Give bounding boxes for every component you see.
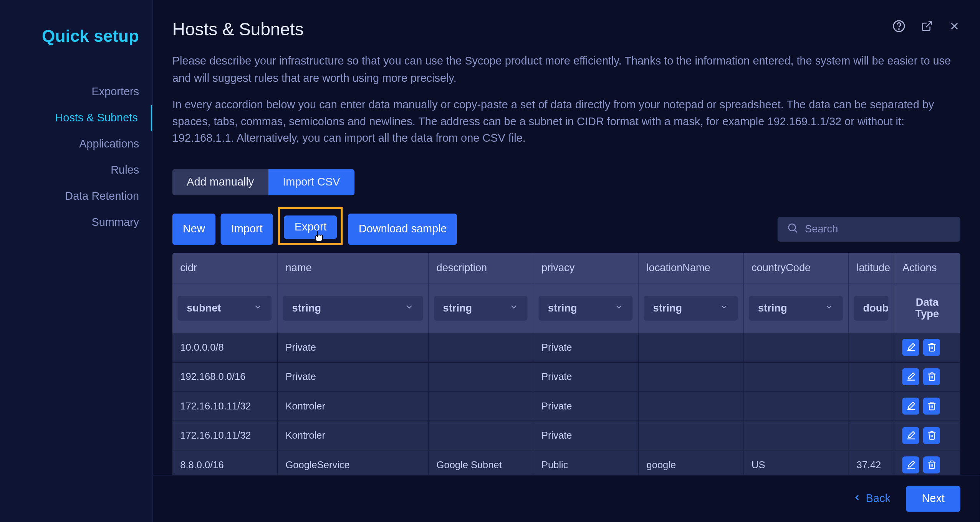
footer: Back Next (153, 475, 980, 522)
edit-icon[interactable] (902, 397, 919, 414)
col-header-privacy[interactable]: privacy (533, 252, 638, 283)
table-header-row: cidr name description privacy locationNa… (172, 252, 960, 283)
sidebar-item-applications[interactable]: Applications (0, 131, 152, 157)
close-icon[interactable] (949, 20, 960, 35)
search-input[interactable] (805, 223, 951, 235)
cell-description (428, 421, 533, 450)
back-button[interactable]: Back (853, 492, 891, 505)
chevron-down-icon (824, 302, 834, 314)
sidebar-item-exporters[interactable]: Exporters (0, 79, 152, 105)
cell-cidr: 10.0.0.0/8 (172, 333, 277, 362)
svg-point-4 (789, 224, 796, 230)
cell-name: Private (277, 362, 428, 391)
edit-icon[interactable] (902, 368, 919, 385)
sidebar-item-summary[interactable]: Summary (0, 210, 152, 236)
cell-name: Kontroler (277, 421, 428, 450)
cell-latitude (848, 362, 894, 391)
sidebar-item-rules[interactable]: Rules (0, 157, 152, 184)
export-button[interactable]: Export (284, 215, 337, 239)
action-buttons: New Import Export Download sample (172, 213, 457, 245)
import-button[interactable]: Import (221, 213, 273, 245)
import-csv-button[interactable]: Import CSV (268, 169, 354, 195)
cell-description (428, 391, 533, 421)
cell-cidr: 172.16.10.11/32 (172, 421, 277, 450)
cell-actions (894, 333, 960, 362)
add-manually-button[interactable]: Add manually (172, 169, 268, 195)
delete-icon[interactable] (923, 397, 940, 414)
sidebar: Quick setup Exporters Hosts & Subnets Ap… (0, 0, 153, 522)
export-highlight: Export (278, 207, 343, 245)
col-header-name[interactable]: name (277, 252, 428, 283)
cell-actions (894, 421, 960, 450)
chevron-down-icon (614, 302, 624, 314)
cell-actions (894, 362, 960, 391)
cell-description (428, 362, 533, 391)
toolbar: New Import Export Download sample (172, 213, 960, 245)
chevron-left-icon (853, 492, 862, 505)
page-title: Hosts & Subnets (172, 20, 960, 40)
cell-locationName (638, 421, 743, 450)
col-header-actions: Actions (894, 252, 960, 283)
cell-latitude (848, 333, 894, 362)
chevron-down-icon (253, 302, 263, 314)
sidebar-item-data-retention[interactable]: Data Retention (0, 184, 152, 210)
table-type-row: subnet string string string string strin… (172, 283, 960, 333)
svg-line-5 (795, 230, 797, 232)
delete-icon[interactable] (923, 456, 940, 473)
delete-icon[interactable] (923, 338, 940, 355)
delete-icon[interactable] (923, 427, 940, 444)
page-description-2: In every accordion below you can enter d… (172, 97, 960, 147)
cell-cidr: 192.168.0.0/16 (172, 362, 277, 391)
search-icon (787, 222, 799, 236)
brand-title: Quick setup (0, 26, 152, 46)
delete-icon[interactable] (923, 368, 940, 385)
chevron-down-icon (510, 302, 519, 314)
cell-locationName (638, 362, 743, 391)
svg-point-1 (899, 29, 899, 29)
type-select-latitude[interactable]: doub (854, 295, 889, 320)
cell-privacy: Private (533, 421, 638, 450)
col-header-countrycode[interactable]: countryCode (743, 252, 848, 283)
sidebar-item-hosts-subnets[interactable]: Hosts & Subnets (0, 105, 152, 131)
cell-cidr: 172.16.10.11/32 (172, 391, 277, 421)
cell-locationName (638, 333, 743, 362)
col-header-cidr[interactable]: cidr (172, 252, 277, 283)
type-select-description[interactable]: string (434, 295, 528, 320)
edit-icon[interactable] (902, 456, 919, 473)
search-box[interactable] (778, 217, 960, 242)
edit-icon[interactable] (902, 427, 919, 444)
cell-actions (894, 391, 960, 421)
cell-latitude (848, 391, 894, 421)
cell-privacy: Private (533, 333, 638, 362)
type-select-privacy[interactable]: string (539, 295, 633, 320)
cell-privacy: Private (533, 362, 638, 391)
cell-countryCode (743, 333, 848, 362)
next-button[interactable]: Next (906, 486, 960, 512)
col-header-locationname[interactable]: locationName (638, 252, 743, 283)
cell-countryCode (743, 391, 848, 421)
type-select-cidr[interactable]: subnet (177, 295, 271, 320)
mode-toggle: Add manually Import CSV (172, 169, 960, 195)
col-header-latitude[interactable]: latitude (848, 252, 894, 283)
popout-icon[interactable] (921, 20, 933, 35)
type-select-countrycode[interactable]: string (749, 295, 843, 320)
new-button[interactable]: New (172, 213, 215, 245)
table-row: 172.16.10.11/32KontrolerPrivate (172, 421, 960, 450)
table-row: 172.16.10.11/32KontrolerPrivate (172, 391, 960, 421)
chevron-down-icon (720, 302, 729, 314)
edit-icon[interactable] (902, 338, 919, 355)
chevron-down-icon (404, 302, 414, 314)
cell-locationName (638, 391, 743, 421)
type-select-locationname[interactable]: string (644, 295, 738, 320)
col-header-description[interactable]: description (428, 252, 533, 283)
cell-description (428, 333, 533, 362)
cell-privacy: Private (533, 391, 638, 421)
type-select-name[interactable]: string (283, 295, 423, 320)
page-description-1: Please describe your infrastructure so t… (172, 53, 960, 86)
download-sample-button[interactable]: Download sample (348, 213, 457, 245)
topbar-icons (892, 20, 960, 35)
help-icon[interactable] (892, 20, 906, 35)
cell-countryCode (743, 362, 848, 391)
cell-countryCode (743, 421, 848, 450)
main-content: Hosts & Subnets Please describe your inf… (153, 0, 980, 522)
